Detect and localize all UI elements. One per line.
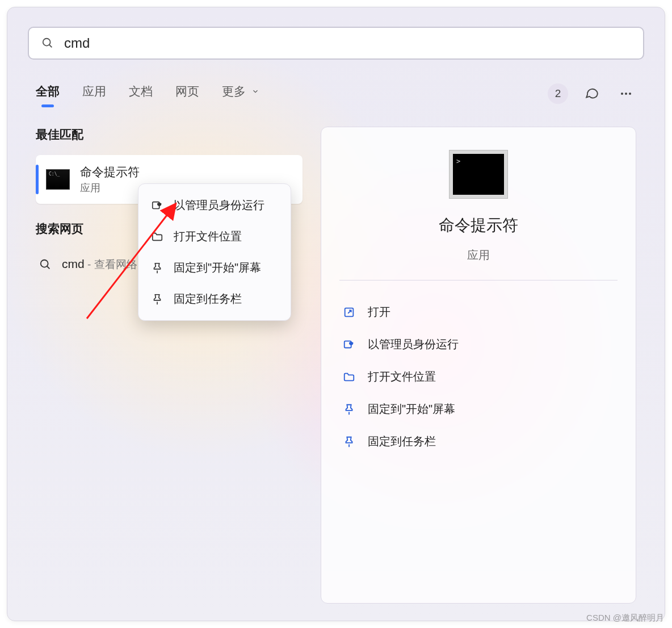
cmd-large-icon	[449, 150, 508, 199]
tab-more-label: 更多	[222, 85, 246, 98]
content-area: 最佳匹配 命令提示符 应用 搜索网页 cmd - 查看网络	[36, 127, 636, 604]
open-icon	[343, 306, 355, 319]
ctx-label: 以管理员身份运行	[174, 198, 264, 213]
ctx-label: 固定到"开始"屏幕	[174, 260, 261, 275]
action-open[interactable]: 打开	[339, 298, 618, 326]
web-result-prefix: cmd	[62, 257, 85, 270]
svg-point-4	[629, 93, 631, 95]
search-window: 全部 应用 文档 网页 更多 2 最佳匹配 命令提示符	[7, 7, 665, 621]
detail-panel: 命令提示符 应用 打开 以管理员身份运行 打开文件位置	[321, 127, 636, 604]
ctx-pin-taskbar[interactable]: 固定到任务栏	[138, 283, 291, 315]
best-match-title: 命令提示符	[80, 164, 140, 180]
action-run-admin[interactable]: 以管理员身份运行	[339, 330, 618, 359]
best-match-heading: 最佳匹配	[36, 127, 303, 143]
tab-apps[interactable]: 应用	[82, 83, 106, 104]
chat-icon-svg	[585, 86, 599, 101]
shield-icon	[151, 199, 163, 212]
ctx-label: 固定到任务栏	[174, 291, 242, 307]
svg-point-5	[41, 260, 48, 267]
web-result-suffix: - 查看网络	[85, 258, 137, 270]
tab-all[interactable]: 全部	[36, 83, 60, 104]
tab-documents[interactable]: 文档	[129, 83, 153, 104]
action-label: 以管理员身份运行	[368, 337, 459, 352]
watermark: CSDN @邀风醉明月	[586, 613, 664, 623]
divider	[339, 280, 618, 280]
svg-point-2	[621, 93, 623, 95]
shield-icon	[343, 338, 355, 351]
action-label: 打开文件位置	[368, 369, 436, 384]
chat-icon[interactable]	[582, 83, 602, 104]
cmd-app-icon	[46, 169, 70, 190]
chevron-down-icon	[251, 87, 259, 95]
action-label: 打开	[368, 304, 390, 320]
search-icon	[41, 37, 54, 49]
action-pin-taskbar[interactable]: 固定到任务栏	[339, 427, 618, 456]
pin-icon	[151, 293, 163, 305]
detail-subtitle: 应用	[467, 248, 490, 263]
notification-badge[interactable]: 2	[548, 83, 568, 104]
detail-panel-header: 命令提示符 应用	[339, 144, 618, 263]
tab-more[interactable]: 更多	[222, 83, 259, 104]
action-label: 固定到任务栏	[368, 434, 436, 449]
action-open-file-location[interactable]: 打开文件位置	[339, 362, 618, 391]
ctx-open-file-location[interactable]: 打开文件位置	[138, 221, 291, 252]
svg-point-0	[43, 39, 51, 46]
action-pin-start[interactable]: 固定到"开始"屏幕	[339, 395, 618, 424]
detail-title: 命令提示符	[439, 215, 518, 236]
action-label: 固定到"开始"屏幕	[368, 401, 455, 417]
search-icon	[39, 258, 52, 271]
folder-icon	[151, 231, 163, 243]
ellipsis-icon	[619, 87, 633, 101]
best-match-subtitle: 应用	[80, 181, 140, 195]
svg-point-3	[625, 93, 627, 95]
folder-icon	[343, 371, 355, 383]
pin-icon	[151, 262, 163, 274]
search-input[interactable]	[64, 35, 631, 51]
ctx-label: 打开文件位置	[174, 229, 242, 244]
pin-icon	[343, 436, 355, 448]
tabs-row: 全部 应用 文档 网页 更多 2	[36, 80, 636, 107]
more-options[interactable]	[616, 83, 636, 104]
ctx-pin-start[interactable]: 固定到"开始"屏幕	[138, 252, 291, 283]
svg-line-6	[47, 266, 50, 269]
action-list: 打开 以管理员身份运行 打开文件位置 固定到"开始"屏幕 固定到任务栏	[339, 298, 618, 456]
ctx-run-admin[interactable]: 以管理员身份运行	[138, 190, 291, 221]
search-bar[interactable]	[28, 27, 644, 60]
pin-icon	[343, 403, 355, 416]
svg-line-1	[49, 45, 52, 48]
tab-web[interactable]: 网页	[175, 83, 199, 104]
context-menu: 以管理员身份运行 打开文件位置 固定到"开始"屏幕 固定到任务栏	[138, 183, 291, 321]
